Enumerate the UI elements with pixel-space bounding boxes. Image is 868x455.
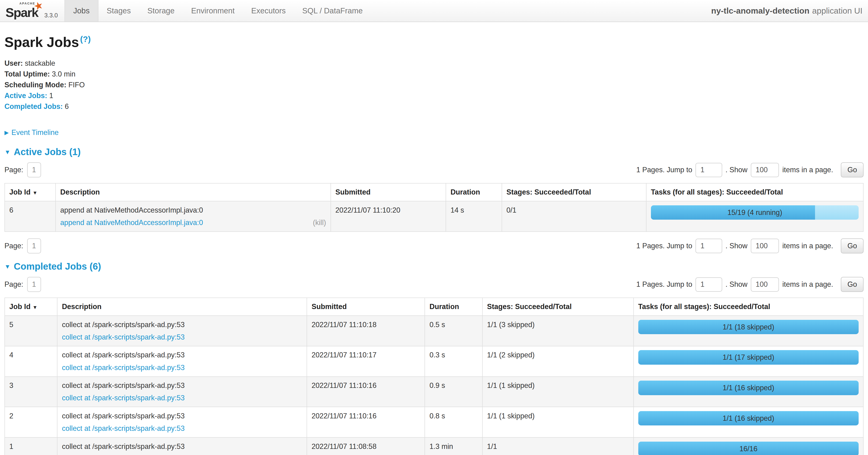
job-id-cell: 3 [5,377,57,407]
active-jobs-section-title[interactable]: ▼ Active Jobs (1) [4,147,864,158]
header-job-id[interactable]: Job Id ▼ [5,183,56,201]
info-total-uptime: Total Uptime: 3.0 min [4,70,864,78]
sort-desc-icon: ▼ [33,305,37,310]
help-icon[interactable]: (?) [80,34,91,44]
info-completed-jobs: Completed Jobs: 6 [4,102,864,111]
nav-tabs: Jobs Stages Storage Environment Executor… [64,0,371,22]
submitted-cell: 2022/11/07 11:10:16 [307,407,425,437]
progress-label: 16/16 [638,442,859,455]
spark-wordmark: Spark [6,5,38,20]
jump-to-input[interactable] [695,277,722,292]
go-button[interactable]: Go [841,162,864,177]
header-tasks[interactable]: Tasks (for all stages): Succeeded/Total [633,298,863,316]
description-cell: collect at /spark-scripts/spark-ad.py:53… [57,407,307,437]
go-button[interactable]: Go [841,277,864,292]
tab-stages[interactable]: Stages [98,0,139,22]
header-submitted[interactable]: Submitted [307,298,425,316]
items-text: items in a page. [782,166,833,174]
job-description-link[interactable]: collect at /spark-scripts/spark-ad.py:53 [62,454,185,455]
progress-label: 1/1 (17 skipped) [638,350,859,364]
jump-to-input[interactable] [695,163,722,177]
table-row: 3 collect at /spark-scripts/spark-ad.py:… [5,377,863,407]
job-id-cell: 2 [5,407,57,437]
tasks-cell: 16/16 [633,437,863,455]
spark-logo-mark: APACHE Spark ★ [6,1,42,20]
header-description[interactable]: Description [57,298,307,316]
header-stages[interactable]: Stages: Succeeded/Total [502,183,646,201]
active-jobs-table: Job Id ▼ Description Submitted Duration … [4,183,864,232]
job-id-cell: 5 [5,316,57,346]
page-label: Page: [4,166,23,174]
jump-to-input[interactable] [695,239,722,253]
duration-cell: 0.5 s [425,316,483,346]
header-tasks[interactable]: Tasks (for all stages): Succeeded/Total [646,183,863,201]
tab-sql-dataframe[interactable]: SQL / DataFrame [294,0,371,22]
description-cell: collect at /spark-scripts/spark-ad.py:53… [57,316,307,346]
pages-jump-text: 1 Pages. Jump to [636,280,692,289]
expand-arrow-icon: ▶ [4,129,9,136]
items-text: items in a page. [782,280,833,289]
page-number-input[interactable] [27,277,41,292]
submitted-cell: 2022/11/07 11:10:20 [331,201,446,232]
header-stages[interactable]: Stages: Succeeded/Total [483,298,633,316]
job-description: collect at /spark-scripts/spark-ad.py:53 [62,320,302,330]
page-number-input[interactable] [27,162,41,177]
active-bottom-pagination: Page: 1 Pages. Jump to . Show items in a… [4,238,864,253]
description-cell: collect at /spark-scripts/spark-ad.py:53… [57,346,307,377]
completed-jobs-link[interactable]: Completed Jobs: [4,102,63,111]
kill-link[interactable]: (kill) [313,218,326,227]
show-items-input[interactable] [751,163,779,177]
duration-cell: 0.9 s [425,377,483,407]
page-title: Spark Jobs(?) [4,34,864,50]
completed-jobs-section-title[interactable]: ▼ Completed Jobs (6) [4,261,864,272]
tab-storage[interactable]: Storage [139,0,183,22]
active-top-pagination: Page: 1 Pages. Jump to . Show items in a… [4,162,864,177]
job-description-link[interactable]: collect at /spark-scripts/spark-ad.py:53 [62,424,185,433]
tasks-progress-bar: 1/1 (16 skipped) [638,411,859,425]
header-description[interactable]: Description [56,183,331,201]
tab-jobs[interactable]: Jobs [64,0,98,22]
show-text: . Show [725,242,747,250]
completed-top-pagination: Page: 1 Pages. Jump to . Show items in a… [4,277,864,292]
spark-version: 3.3.0 [44,12,58,20]
tab-executors[interactable]: Executors [243,0,294,22]
header-submitted[interactable]: Submitted [331,183,446,201]
job-description-link[interactable]: collect at /spark-scripts/spark-ad.py:53 [62,363,185,372]
page-content: Spark Jobs(?) User: stackable Total Upti… [0,34,868,455]
table-row: 1 collect at /spark-scripts/spark-ad.py:… [5,437,863,455]
submitted-cell: 2022/11/07 11:10:16 [307,377,425,407]
show-items-input[interactable] [751,277,779,292]
progress-label: 1/1 (18 skipped) [638,320,859,334]
description-cell: collect at /spark-scripts/spark-ad.py:53… [57,437,307,455]
stages-cell: 1/1 (3 skipped) [483,316,633,346]
job-description-link[interactable]: collect at /spark-scripts/spark-ad.py:53 [62,332,185,342]
tasks-cell: 1/1 (16 skipped) [633,377,863,407]
active-jobs-link[interactable]: Active Jobs: [4,91,47,100]
job-description: collect at /spark-scripts/spark-ad.py:53 [62,350,302,360]
header-duration[interactable]: Duration [446,183,502,201]
header-job-id[interactable]: Job Id ▼ [5,298,57,316]
event-timeline-toggle[interactable]: ▶ Event Timeline [4,129,59,137]
job-description: collect at /spark-scripts/spark-ad.py:53 [62,380,302,390]
tasks-cell: 1/1 (18 skipped) [633,316,863,346]
job-description: collect at /spark-scripts/spark-ad.py:53 [62,411,302,421]
progress-label: 1/1 (16 skipped) [638,411,859,425]
tab-environment[interactable]: Environment [183,0,243,22]
show-items-input[interactable] [751,239,779,253]
job-description-link[interactable]: collect at /spark-scripts/spark-ad.py:53 [62,393,185,403]
go-button[interactable]: Go [841,238,864,253]
pages-jump-text: 1 Pages. Jump to [636,242,692,250]
spark-logo[interactable]: APACHE Spark ★ 3.3.0 [0,0,64,22]
progress-label: 15/19 (4 running) [651,205,859,220]
job-id-cell: 6 [5,201,56,232]
completed-jobs-table: Job Id ▼ Description Submitted Duration … [4,297,864,455]
collapse-arrow-icon: ▼ [4,263,10,270]
stages-cell: 1/1 (1 skipped) [483,377,633,407]
job-description-link[interactable]: append at NativeMethodAccessorImpl.java:… [60,218,203,227]
progress-label: 1/1 (16 skipped) [638,380,859,395]
navbar: APACHE Spark ★ 3.3.0 Jobs Stages Storage… [0,0,868,22]
header-duration[interactable]: Duration [425,298,483,316]
application-name: ny-tlc-anomaly-detection application UI [711,0,868,22]
page-number-input[interactable] [27,238,41,253]
table-header-row: Job Id ▼ Description Submitted Duration … [5,183,863,201]
